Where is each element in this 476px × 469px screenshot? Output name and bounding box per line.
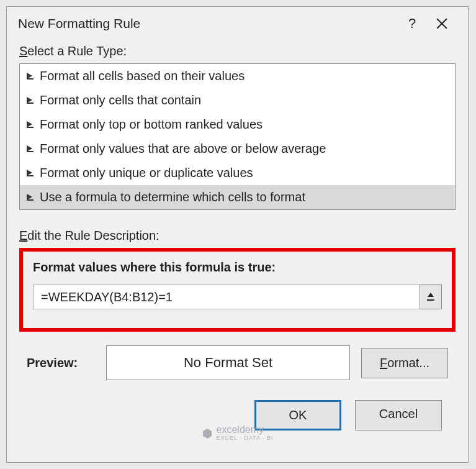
rule-type-label: Format only unique or duplicate values	[40, 166, 253, 180]
preview-box: No Format Set	[106, 345, 350, 380]
preview-row: Preview: No Format Set Format...	[27, 345, 448, 380]
rule-type-item[interactable]: Format all cells based on their values	[20, 64, 455, 88]
formula-highlight-box: Format values where this formula is true…	[19, 248, 456, 332]
formula-caption: Format values where this formula is true…	[33, 260, 442, 275]
svg-marker-2	[27, 97, 32, 103]
rule-type-label: Format only values that are above or bel…	[40, 142, 326, 156]
svg-rect-3	[27, 102, 34, 104]
select-rule-type-label: Select a Rule Type:	[19, 44, 456, 58]
rule-type-item[interactable]: Format only unique or duplicate values	[20, 161, 455, 185]
formula-input[interactable]	[33, 285, 420, 309]
rule-type-label: Format all cells based on their values	[40, 69, 245, 83]
svg-rect-12	[427, 299, 434, 301]
dialog-title: New Formatting Rule	[18, 16, 397, 31]
help-button[interactable]: ?	[397, 16, 427, 32]
bullet-icon	[26, 72, 35, 81]
close-button[interactable]	[427, 14, 457, 33]
rule-type-label: Format only top or bottom ranked values	[40, 117, 263, 132]
bullet-icon	[26, 96, 35, 105]
bullet-icon	[26, 193, 35, 202]
dialog-buttons: OK Cancel	[19, 400, 456, 430]
dialog-content: Select a Rule Type: Format all cells bas…	[7, 38, 468, 443]
svg-marker-6	[27, 145, 32, 152]
range-picker-button[interactable]	[420, 285, 442, 309]
svg-rect-7	[27, 151, 34, 152]
cancel-button[interactable]: Cancel	[355, 400, 442, 430]
bullet-icon	[26, 169, 35, 178]
edit-rule-description-label: Edit the Rule Description:	[19, 229, 456, 243]
rule-type-item[interactable]: Format only cells that contain	[20, 88, 455, 112]
formula-row	[33, 285, 442, 309]
svg-marker-0	[27, 73, 32, 79]
bullet-icon	[26, 145, 35, 153]
rule-type-item[interactable]: Format only top or bottom ranked values	[20, 112, 455, 137]
bullet-icon	[26, 121, 35, 129]
rule-type-item[interactable]: Use a formula to determine which cells t…	[20, 185, 455, 209]
svg-rect-5	[27, 127, 34, 128]
svg-marker-13	[428, 293, 434, 297]
format-button[interactable]: Format...	[361, 348, 448, 378]
rule-type-item[interactable]: Format only values that are above or bel…	[20, 137, 455, 161]
svg-rect-9	[27, 175, 34, 176]
svg-marker-8	[27, 170, 32, 176]
preview-label: Preview:	[27, 356, 95, 370]
ok-button[interactable]: OK	[254, 400, 341, 430]
svg-marker-4	[27, 121, 32, 127]
svg-marker-10	[27, 194, 32, 200]
svg-rect-1	[27, 78, 34, 80]
svg-rect-11	[27, 199, 34, 201]
range-picker-icon	[426, 291, 436, 303]
new-formatting-rule-dialog: New Formatting Rule ? Select a Rule Type…	[6, 6, 469, 463]
titlebar: New Formatting Rule ?	[7, 7, 468, 38]
rule-type-label: Use a formula to determine which cells t…	[40, 190, 305, 204]
rule-type-list[interactable]: Format all cells based on their values F…	[19, 63, 456, 210]
rule-type-label: Format only cells that contain	[40, 93, 201, 107]
